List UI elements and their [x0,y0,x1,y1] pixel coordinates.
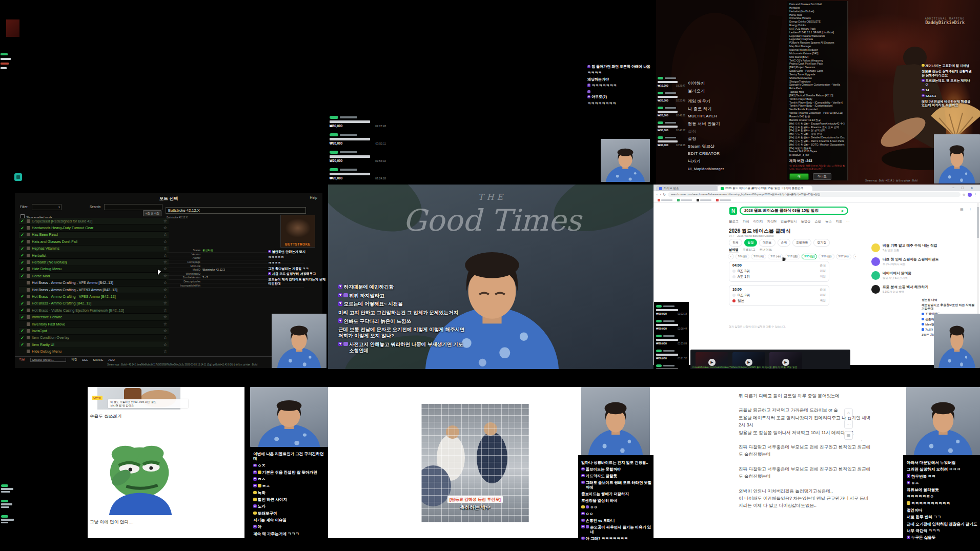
checkbox-icon[interactable]: ✓ [21,342,25,347]
bookmark-item[interactable] [716,199,731,201]
menu-item[interactable]: 이어하기 [688,80,724,88]
date-chip[interactable]: 3/15 (일) [802,254,817,259]
mod-row[interactable]: ✓Item Rarity UI☆ [19,341,169,348]
filter-dropdown[interactable]: ▾ [32,204,62,210]
favorite-star-icon[interactable]: ☆ [164,232,167,237]
checkbox-icon[interactable]: ✓ [21,308,25,313]
share-button[interactable]: SHARE [93,358,103,361]
favorite-star-icon[interactable]: ☆ [164,349,167,354]
date-chip[interactable]: 3/13 (금) [785,254,800,259]
section-pill[interactable]: 순위 [778,239,791,247]
section-pill[interactable]: 대진표 [759,239,775,247]
favorite-star-icon[interactable]: ☆ [164,335,167,340]
search-filter-tab[interactable]: 동영상 [801,219,810,224]
checkbox-icon[interactable]: ✓ [21,328,25,333]
forward-icon[interactable]: › [660,193,661,196]
profile-avatar[interactable] [968,193,972,197]
checkbox-icon[interactable]: ✓ [21,218,25,223]
bookmark-item[interactable] [677,199,692,201]
mod-row[interactable]: ✓Immersive Hotwire☆ [19,314,169,320]
mod-row[interactable]: ✓Hot Brass - Ammo Crafting [B42..13]☆ [19,300,169,307]
mod-row[interactable]: ✓Hardwoods Heavy-Duty Turnout Gear☆ [19,225,169,231]
menu-item[interactable]: 설정 [688,135,724,143]
search-filter-tab[interactable]: 이미지 [753,219,763,224]
favorite-star-icon[interactable]: ☆ [164,219,167,223]
mod-row[interactable]: Hide Debug Menu☆ [19,348,169,355]
delete-button[interactable]: DEL [82,358,88,361]
menu-item[interactable]: 불러오기 [688,88,724,95]
favorite-star-icon[interactable]: ☆ [164,288,167,292]
search-filter-tab[interactable]: 쇼핑 [814,219,821,224]
comment-icon[interactable]: ⋯ [844,420,853,428]
date-chip[interactable]: 3/11 (수) [768,254,783,259]
section-pill[interactable]: 조별현황 [792,239,811,247]
checkbox-icon[interactable]: ✓ [21,246,25,251]
naver-logo[interactable]: N [729,207,737,215]
saved-settings-button[interactable]: 저장 된 세팅 [143,210,161,216]
search-input[interactable] [104,204,162,210]
favorite-star-icon[interactable]: ☆ [164,329,167,333]
bookmark-item[interactable] [697,199,711,201]
mod-row[interactable]: ✓Horse Mod☆ [19,273,169,279]
mod-row[interactable]: ✓Hot Brass - Visible Casing Ejection Fra… [19,307,169,314]
help-link[interactable]: Help [310,196,317,199]
date-chip[interactable]: 3/9 (월) [736,254,749,259]
menu-item[interactable]: Steam 워크샵 [688,143,724,151]
feed-item[interactable]: 프로 분석 쇼핑 백서 체크하기5,100개 이상 혜택› [871,284,979,294]
schedule-row[interactable]: D조 2위미정 [732,292,826,298]
menu-dots-icon[interactable]: ⋮ [974,193,977,197]
home-icon[interactable]: ⌂ [844,409,853,417]
menu-item[interactable]: 나가기 [688,158,724,166]
feed-item[interactable]: 네이버에서 알려줌방송 지난 5시간 기록› [871,271,979,280]
save-button[interactable]: 저장 [71,357,77,362]
mod-row[interactable]: Hot Brass - Ammo Crafting - VFE93 Ammo [… [19,287,169,293]
checkbox-icon[interactable]: ✓ [21,253,25,258]
checkbox-icon[interactable]: ✓ [21,267,25,272]
date-chip[interactable]: 3/17 (화) [836,254,851,259]
mod-row[interactable]: ✓Hats and Glasses Don't Fall☆ [19,238,169,245]
checkbox-icon[interactable]: ✓ [21,239,25,244]
view-tab[interactable]: 날짜별 [729,248,739,253]
date-chip[interactable]: 3/10 (화) [751,254,766,259]
mod-row[interactable]: ✓Hot Brass - Ammo Crafting - VFES Ammo [… [19,293,169,300]
section-pill[interactable]: 경기장 [813,239,829,247]
menu-item[interactable]: 나 홀로 하기 [688,106,724,113]
mod-row[interactable]: Inventory Fast Move☆ [19,321,169,328]
checkbox-icon[interactable]: ✓ [21,301,25,306]
bookmark-star-icon[interactable]: ☆ [963,193,966,197]
url-field[interactable]: search.naver.com/search.naver?where=nexe… [668,192,961,197]
mod-row[interactable]: ✓InvisCyot☆ [19,328,169,334]
favorite-star-icon[interactable]: ☆ [164,294,167,299]
search-box[interactable]: 2026 월드 베이스볼 클래식 03월 15일 일정 ⌕ [740,207,848,215]
grid-icon[interactable]: ▦ [844,431,853,440]
schedule-row[interactable]: 일본확정 [732,298,826,303]
favorite-star-icon[interactable]: ☆ [164,315,167,319]
bookmark-item[interactable] [658,199,672,201]
menu-item[interactable]: 설정 [688,128,724,136]
mod-row[interactable]: ✓Item Condition Overlay☆ [19,335,169,341]
favorite-star-icon[interactable]: ☆ [164,239,167,244]
checkbox-icon[interactable]: ✓ [21,294,25,299]
preset-dropdown[interactable]: Choose preset... [30,358,66,362]
search-icon[interactable]: ⌕ [841,208,844,214]
mod-row[interactable]: ✓Grapeseed [Redesigned for Build 42]☆ [19,218,169,225]
mod-row[interactable]: ✓Herbalist☆ [19,252,169,259]
no-button[interactable]: 아니오 [813,173,831,180]
search-filter-tab[interactable]: 블로그 [729,219,739,224]
checkbox-icon[interactable]: ✓ [21,260,25,265]
yes-button[interactable]: 예 [789,173,809,180]
apply-button[interactable]: 적용 [19,357,25,362]
checkbox-icon[interactable]: ✓ [21,335,25,340]
date-chip[interactable]: › [853,254,856,259]
favorite-star-icon[interactable]: ☆ [164,226,167,230]
add-button[interactable]: ADD [108,358,114,361]
mod-row[interactable]: ✓Hephas Vitamins☆ [19,246,169,252]
menu-item[interactable]: UI_MapModManager [688,166,724,173]
feed-item[interactable]: 나츠 첫 인재 쇼핑지능 쇼핑에이전트누구나 배워서 써봄› [871,257,979,266]
favorite-star-icon[interactable]: ☆ [164,301,167,305]
search-filter-tab[interactable]: 지식iN [767,219,777,224]
search-filter-tab[interactable]: 인플루언서 [781,219,797,224]
date-chip[interactable]: 3/16 (월) [819,254,834,259]
mod-row[interactable]: ✓Hide Debug Menu☆ [19,266,169,273]
section-pill[interactable]: 일정 [744,239,758,247]
